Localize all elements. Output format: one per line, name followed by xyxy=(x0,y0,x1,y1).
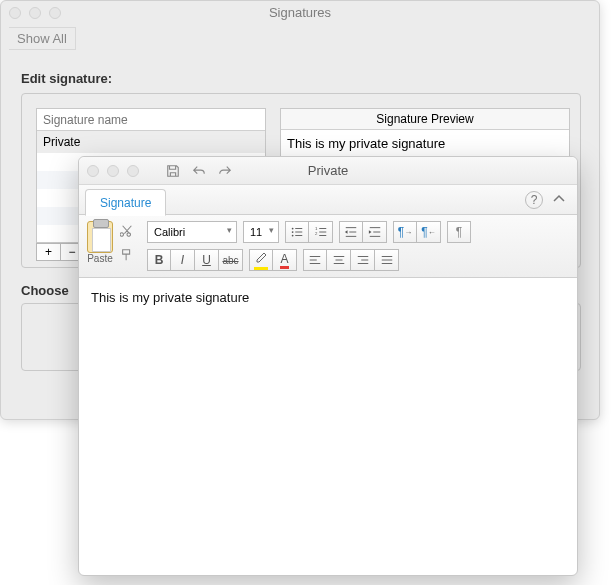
bold-button[interactable]: B xyxy=(147,249,171,271)
align-center-button[interactable] xyxy=(327,249,351,271)
font-size-select[interactable]: 11 xyxy=(243,221,279,243)
ribbon: Paste Calibri 11 12 xyxy=(79,215,577,278)
add-signature-button[interactable]: + xyxy=(36,243,60,261)
undo-button[interactable] xyxy=(189,161,209,181)
increase-indent-button[interactable] xyxy=(363,221,387,243)
paste-label: Paste xyxy=(87,253,113,264)
italic-button[interactable]: I xyxy=(171,249,195,271)
editor-title: Private xyxy=(308,163,348,178)
editor-tabbar: Signature ? xyxy=(79,185,577,215)
editor-traffic-lights xyxy=(87,165,139,177)
align-justify-button[interactable] xyxy=(375,249,399,271)
redo-button[interactable] xyxy=(215,161,235,181)
edit-signature-label: Edit signature: xyxy=(21,71,112,86)
choose-label: Choose xyxy=(21,283,69,298)
tab-signature[interactable]: Signature xyxy=(85,189,166,216)
bullet-list-button[interactable] xyxy=(285,221,309,243)
window-title: Signatures xyxy=(269,5,331,20)
cut-button[interactable] xyxy=(117,222,137,240)
color-group: A xyxy=(249,249,297,271)
save-button[interactable] xyxy=(163,161,183,181)
paste-button[interactable]: Paste xyxy=(87,221,113,264)
signature-name-input[interactable] xyxy=(37,109,265,131)
style-group: B I U abc xyxy=(147,249,243,271)
svg-point-0 xyxy=(292,228,294,230)
close-icon[interactable] xyxy=(87,165,99,177)
signature-preview-text: This is my private signature xyxy=(281,130,569,157)
rtl-button[interactable]: ¶← xyxy=(417,221,441,243)
minimize-icon[interactable] xyxy=(29,7,41,19)
strikethrough-button[interactable]: abc xyxy=(219,249,243,271)
window-titlebar: Signatures xyxy=(1,1,599,25)
ltr-button[interactable]: ¶→ xyxy=(393,221,417,243)
collapse-ribbon-button[interactable] xyxy=(551,191,567,207)
indent-group xyxy=(339,221,387,243)
help-button[interactable]: ? xyxy=(525,191,543,209)
format-painter-button[interactable] xyxy=(117,246,137,264)
svg-point-1 xyxy=(292,231,294,233)
editor-body[interactable]: This is my private signature xyxy=(79,278,577,317)
show-formatting-button[interactable]: ¶ xyxy=(447,221,471,243)
underline-button[interactable]: U xyxy=(195,249,219,271)
close-icon[interactable] xyxy=(9,7,21,19)
numbered-list-button[interactable]: 12 xyxy=(309,221,333,243)
signature-row-private[interactable]: Private xyxy=(37,131,265,153)
align-group xyxy=(303,249,399,271)
zoom-icon[interactable] xyxy=(127,165,139,177)
align-left-button[interactable] xyxy=(303,249,327,271)
editor-content: This is my private signature xyxy=(91,290,249,305)
minimize-icon[interactable] xyxy=(107,165,119,177)
editor-quick-tools xyxy=(163,161,235,181)
svg-text:2: 2 xyxy=(314,231,317,236)
signature-preview-header: Signature Preview xyxy=(281,109,569,130)
zoom-icon[interactable] xyxy=(49,7,61,19)
list-group: 12 xyxy=(285,221,333,243)
clipboard-group: Paste xyxy=(87,221,137,264)
decrease-indent-button[interactable] xyxy=(339,221,363,243)
font-color-button[interactable]: A xyxy=(273,249,297,271)
signature-editor-window: Private Signature ? Paste xyxy=(78,156,578,576)
traffic-lights xyxy=(9,7,61,19)
add-remove-bar: + − xyxy=(36,243,84,261)
highlight-button[interactable] xyxy=(249,249,273,271)
pilcrow-group: ¶→ ¶← xyxy=(393,221,441,243)
editor-titlebar: Private xyxy=(79,157,577,185)
font-family-select[interactable]: Calibri xyxy=(147,221,237,243)
align-right-button[interactable] xyxy=(351,249,375,271)
show-all-button[interactable]: Show All xyxy=(9,27,76,50)
signature-preview: Signature Preview This is my private sig… xyxy=(280,108,570,158)
svg-point-2 xyxy=(292,235,294,237)
clipboard-icon xyxy=(87,221,113,253)
